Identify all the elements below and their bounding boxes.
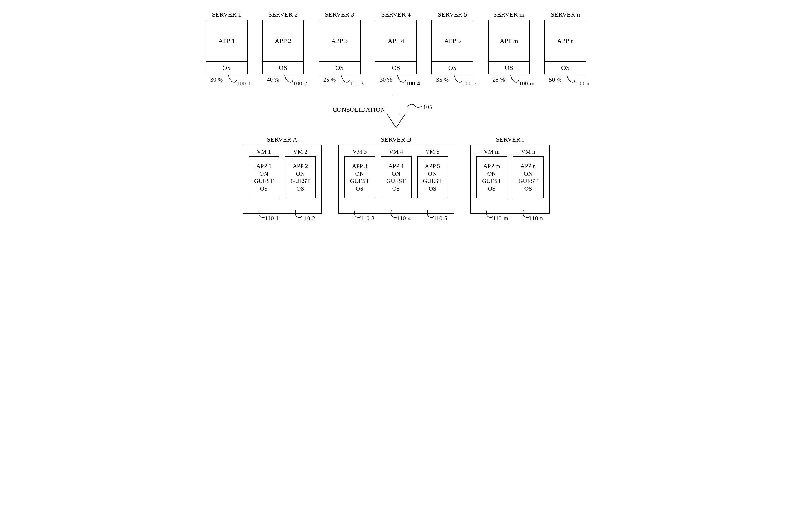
host-box: VM 1 APP 1 ON GUEST OS 110-1 VM 2 APP 2 … <box>243 145 322 214</box>
vm-box: APP 3 ON GUEST OS <box>344 156 375 198</box>
utilization-percent: 50 % <box>545 76 562 83</box>
source-server: SERVER 5 APP 5 OS 35 % 100-5 <box>432 11 473 87</box>
app-label: APP 5 <box>432 20 473 62</box>
vm-box: APP 4 ON GUEST OS <box>381 156 412 198</box>
arrow-reference-number: 105 <box>423 103 432 111</box>
virtual-machine: VM 1 APP 1 ON GUEST OS 110-1 <box>248 148 280 198</box>
server-title: SERVER 3 <box>325 11 354 18</box>
app-label: APP 2 <box>263 20 303 62</box>
vm-os-line: OS <box>260 185 267 192</box>
utilization-percent: 35 % <box>432 76 449 83</box>
vm-title: VM 4 <box>389 148 403 155</box>
reference-lead: 100-2 <box>284 76 303 87</box>
reference-lead: 100-3 <box>341 76 360 87</box>
virtual-machine: VM 3 APP 3 ON GUEST OS 110-3 <box>344 148 375 198</box>
vm-guest-line: GUEST <box>423 177 442 185</box>
server-consolidation-diagram: SERVER 1 APP 1 OS 30 % 100-1 SERVER 2 AP… <box>206 11 586 214</box>
server-under-row: 30 % 100-1 <box>206 76 247 87</box>
app-label: APP 1 <box>206 20 247 62</box>
utilization-percent: 25 % <box>319 76 336 83</box>
source-server: SERVER 2 APP 2 OS 40 % 100-2 <box>262 11 304 87</box>
server-under-row: 28 % 100-m <box>489 76 529 87</box>
vm-reference-number: 110-m <box>493 215 508 222</box>
server-box: APP 3 OS <box>319 20 360 75</box>
vm-guest-line: GUEST <box>518 177 538 185</box>
vm-on-line: ON <box>355 170 364 177</box>
source-server: SERVER 4 APP 4 OS 30 % 100-4 <box>375 11 417 87</box>
vm-on-line: ON <box>428 170 437 177</box>
reference-number: 100-m <box>519 80 534 87</box>
vm-app-line: APP 5 <box>425 162 440 170</box>
vm-app-line: APP 1 <box>256 162 271 170</box>
vm-title: VM 3 <box>353 148 367 155</box>
os-label: OS <box>489 62 529 74</box>
server-under-row: 40 % 100-2 <box>263 76 303 87</box>
vm-on-line: ON <box>392 170 400 177</box>
host-server: SERVER B VM 3 APP 3 ON GUEST OS 110-3 VM… <box>338 136 454 214</box>
vm-guest-line: GUEST <box>254 177 274 185</box>
virtual-machine: VM 2 APP 2 ON GUEST OS 110-2 <box>285 148 316 198</box>
svg-marker-0 <box>387 95 405 128</box>
vm-app-line: APP m <box>483 162 500 170</box>
os-label: OS <box>206 62 247 74</box>
os-label: OS <box>263 62 303 74</box>
vm-reference-number: 110-n <box>529 215 543 222</box>
reference-number: 100-3 <box>350 80 363 87</box>
server-title: SERVER 4 <box>381 11 411 18</box>
app-label: APP 3 <box>319 20 360 62</box>
vm-reference-number: 110-5 <box>434 215 448 222</box>
source-server: SERVER m APP m OS 28 % 100-m <box>488 11 530 87</box>
reference-number: 100-n <box>575 80 589 87</box>
utilization-percent: 30 % <box>206 76 223 83</box>
host-server: SERVER A VM 1 APP 1 ON GUEST OS 110-1 VM… <box>243 136 322 214</box>
vm-guest-line: GUEST <box>350 177 369 185</box>
vm-os-line: OS <box>356 185 363 192</box>
arrow-reference-lead: 105 <box>407 102 429 114</box>
vm-os-line: OS <box>524 185 532 192</box>
server-under-row: 35 % 100-5 <box>432 76 473 87</box>
consolidation-label: CONSOLIDATION <box>333 106 385 113</box>
os-label: OS <box>545 62 586 74</box>
vm-box: APP 2 ON GUEST OS <box>285 156 316 198</box>
reference-number: 100-1 <box>237 80 251 87</box>
vm-guest-line: GUEST <box>291 177 310 185</box>
server-title: SERVER m <box>493 11 525 18</box>
vm-app-line: APP 4 <box>388 162 403 170</box>
server-box: APP n OS <box>544 20 586 75</box>
server-title: SERVER 2 <box>268 11 298 18</box>
server-box: APP 4 OS <box>375 20 417 75</box>
virtual-machine: VM 4 APP 4 ON GUEST OS 110-4 <box>381 148 412 198</box>
vm-app-line: APP 3 <box>352 162 367 170</box>
vm-app-line: APP n <box>521 162 535 170</box>
vm-app-line: APP 2 <box>293 162 308 170</box>
utilization-percent: 30 % <box>376 76 392 83</box>
host-box: VM 3 APP 3 ON GUEST OS 110-3 VM 4 APP 4 … <box>338 145 454 214</box>
reference-number: 100-5 <box>463 80 476 87</box>
server-box: APP 5 OS <box>432 20 473 75</box>
app-label: APP n <box>545 20 586 62</box>
vm-os-line: OS <box>488 185 495 192</box>
vm-title: VM 1 <box>257 148 271 155</box>
source-server: SERVER n APP n OS 50 % 100-n <box>544 11 586 87</box>
vm-guest-line: GUEST <box>482 177 501 185</box>
server-under-row: 25 % 100-3 <box>319 76 360 87</box>
server-under-row: 30 % 100-4 <box>376 76 416 87</box>
vm-guest-line: GUEST <box>386 177 406 185</box>
vm-on-line: ON <box>488 170 496 177</box>
utilization-percent: 28 % <box>489 76 505 83</box>
virtual-machine: VM n APP n ON GUEST OS 110-n <box>513 148 544 198</box>
host-title: SERVER A <box>267 136 297 143</box>
reference-lead: 100-5 <box>454 76 473 87</box>
vm-os-line: OS <box>429 185 436 192</box>
reference-number: 100-4 <box>406 80 420 87</box>
os-label: OS <box>319 62 360 74</box>
os-label: OS <box>432 62 473 74</box>
vm-reference-number: 110-3 <box>361 215 375 222</box>
vm-box: APP n ON GUEST OS <box>513 156 544 198</box>
vm-box: APP 5 ON GUEST OS <box>417 156 448 198</box>
server-box: APP 1 OS <box>206 20 248 75</box>
vm-on-line: ON <box>296 170 305 177</box>
vm-on-line: ON <box>260 170 268 177</box>
os-label: OS <box>376 62 416 74</box>
down-arrow-icon <box>386 94 406 129</box>
